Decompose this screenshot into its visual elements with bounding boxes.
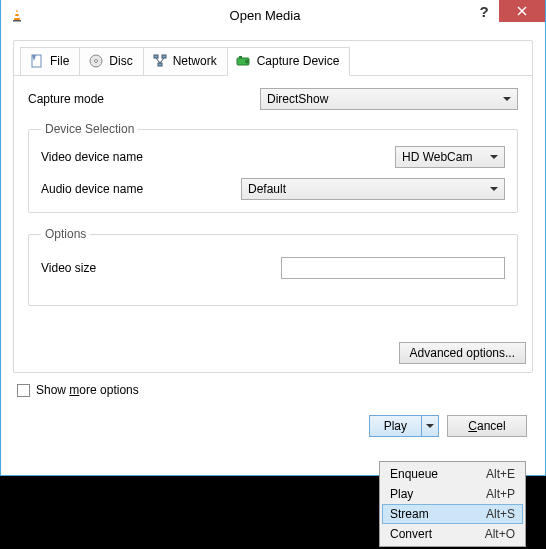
video-size-label: Video size — [41, 261, 281, 275]
dropdown-item-label: Convert — [390, 527, 485, 541]
play-split-button[interactable]: Play — [369, 415, 439, 437]
svg-rect-3 — [13, 20, 21, 22]
dropdown-item-shortcut: Alt+P — [486, 487, 515, 501]
tab-bar: File Disc — [14, 41, 532, 76]
advanced-options-button[interactable]: Advanced options... — [399, 342, 526, 364]
dropdown-item-shortcut: Alt+S — [486, 507, 515, 521]
dropdown-item-label: Enqueue — [390, 467, 486, 481]
titlebar: Open Media ? — [1, 0, 545, 30]
svg-point-16 — [245, 60, 249, 64]
combo-value: Default — [248, 182, 286, 196]
video-device-label: Video device name — [41, 150, 395, 164]
capture-tab-body: Capture mode DirectShow Device Selection… — [14, 76, 532, 334]
tab-label: File — [50, 54, 69, 68]
cancel-button[interactable]: Cancel — [447, 415, 527, 437]
svg-point-9 — [95, 60, 98, 63]
svg-rect-10 — [154, 55, 158, 58]
dropdown-item-play[interactable]: PlayAlt+P — [382, 484, 523, 504]
play-dropdown-arrow[interactable] — [422, 416, 438, 436]
tab-disc[interactable]: Disc — [79, 47, 143, 75]
disc-icon — [88, 53, 104, 69]
play-dropdown-menu: EnqueueAlt+EPlayAlt+PStreamAlt+SConvertA… — [379, 461, 526, 547]
button-label: Cancel — [468, 419, 505, 433]
device-selection-group: Device Selection Video device name HD We… — [28, 122, 518, 213]
tab-label: Disc — [109, 54, 132, 68]
audio-device-combo[interactable]: Default — [241, 178, 505, 200]
svg-line-14 — [160, 58, 164, 63]
tab-network[interactable]: Network — [143, 47, 228, 75]
svg-rect-11 — [162, 55, 166, 58]
svg-marker-0 — [14, 9, 20, 20]
window-title: Open Media — [25, 8, 505, 23]
video-device-combo[interactable]: HD WebCam — [395, 146, 505, 168]
dropdown-item-shortcut: Alt+E — [486, 467, 515, 481]
close-button[interactable] — [499, 0, 545, 22]
dropdown-item-shortcut: Alt+O — [485, 527, 515, 541]
combo-value: DirectShow — [267, 92, 328, 106]
capture-mode-combo[interactable]: DirectShow — [260, 88, 518, 110]
show-more-options-checkbox[interactable]: Show more options — [17, 383, 529, 397]
help-button[interactable]: ? — [469, 0, 499, 22]
tab-capture-device[interactable]: Capture Device — [227, 47, 351, 76]
svg-line-13 — [156, 58, 160, 63]
dropdown-item-label: Play — [390, 487, 486, 501]
tab-label: Capture Device — [257, 54, 340, 68]
audio-device-label: Audio device name — [41, 182, 241, 196]
dropdown-item-label: Stream — [390, 507, 486, 521]
dropdown-item-stream[interactable]: StreamAlt+S — [382, 504, 523, 524]
options-group: Options Video size — [28, 227, 518, 306]
tab-file[interactable]: File — [20, 47, 80, 75]
options-legend: Options — [41, 227, 90, 241]
file-icon — [29, 53, 45, 69]
dropdown-item-enqueue[interactable]: EnqueueAlt+E — [382, 464, 523, 484]
button-label: Advanced options... — [410, 346, 515, 360]
video-size-input[interactable] — [281, 257, 505, 279]
checkbox-icon — [17, 384, 30, 397]
capture-icon — [236, 53, 252, 69]
network-icon — [152, 53, 168, 69]
play-button-label: Play — [370, 416, 422, 436]
tab-label: Network — [173, 54, 217, 68]
combo-value: HD WebCam — [402, 150, 472, 164]
checkbox-label: Show more options — [36, 383, 139, 397]
svg-rect-17 — [239, 56, 242, 58]
device-selection-legend: Device Selection — [41, 122, 138, 136]
svg-rect-1 — [15, 12, 19, 14]
svg-rect-2 — [15, 16, 20, 18]
dropdown-item-convert[interactable]: ConvertAlt+O — [382, 524, 523, 544]
svg-rect-12 — [158, 63, 162, 66]
source-panel: File Disc — [13, 40, 533, 373]
vlc-icon — [9, 7, 25, 23]
capture-mode-label: Capture mode — [28, 92, 260, 106]
open-media-window: Open Media ? File — [0, 0, 546, 476]
